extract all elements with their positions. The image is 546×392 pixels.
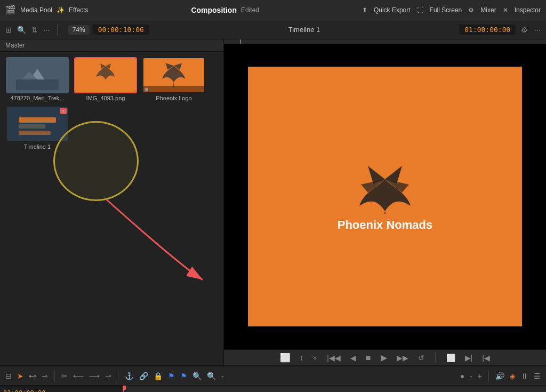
- timeline-ruler: 01:00:00:00 01:00:06:00 01:00:12:00 01:0…: [123, 386, 546, 392]
- minus-icon[interactable]: -: [469, 372, 473, 380]
- inspector-icon: ✕: [503, 6, 508, 14]
- playhead[interactable]: [123, 386, 124, 392]
- timeline-toolbar: ⊟ ➤ ⊷ ⊸ ✂ ⟵ ⟶ ⤻ ⚓ 🔗 🔒 ⚑ ⚑ 🔍 🔍 - ● - + 🔊 …: [0, 366, 546, 386]
- media-item-mountain[interactable]: 478270_Men_Trek...: [5, 57, 69, 101]
- top-bar-right: ⬆ Quick Export ⛶ Full Screen ⚙ Mixer ✕ I…: [362, 6, 541, 14]
- zoom-level[interactable]: 74%: [68, 25, 90, 35]
- aspect-ratio-icon[interactable]: ⬜: [279, 353, 292, 363]
- lock-tool[interactable]: 🔒: [152, 372, 164, 380]
- track-area: 01:00:00:00 01:00:06:00 01:00:12:00 01:0…: [123, 386, 546, 392]
- phoenix-svg1: [84, 61, 127, 90]
- edited-label: Edited: [241, 6, 259, 14]
- more2-icon[interactable]: ···: [533, 26, 542, 34]
- timeline-more-icon[interactable]: ☰: [533, 372, 542, 380]
- media-thumb-mountain: [6, 57, 69, 93]
- cut-tool[interactable]: ✂: [60, 372, 69, 380]
- plus-icon[interactable]: +: [477, 372, 483, 380]
- preview-brand-text: Phoenix Nomads: [338, 218, 432, 232]
- overwrite-tool[interactable]: ⟶: [88, 372, 101, 380]
- search-icon[interactable]: 🔍: [16, 26, 27, 34]
- img4093-img: [75, 58, 136, 92]
- audio-icon[interactable]: 🔊: [494, 372, 505, 380]
- mountain-img: [7, 58, 68, 92]
- rewind-icon[interactable]: ◀: [349, 354, 357, 362]
- trim-tool[interactable]: ⊷: [28, 372, 37, 380]
- pause-icon[interactable]: ⏸: [520, 372, 529, 380]
- sep2: [435, 353, 436, 363]
- media-thumb-phoenix: ▦: [142, 57, 205, 93]
- effects-button[interactable]: Effects: [69, 6, 88, 14]
- svg-rect-7: [19, 117, 56, 123]
- razor-tool[interactable]: ⚓: [124, 372, 135, 380]
- timeline-img: T: [7, 107, 68, 141]
- stop-icon[interactable]: ■: [365, 353, 372, 363]
- flag2-tool[interactable]: ⚑: [179, 372, 188, 380]
- next-single-icon[interactable]: ∘: [311, 354, 318, 362]
- loop-icon[interactable]: ↺: [417, 354, 425, 362]
- mixer-icon: ⚙: [468, 6, 474, 14]
- media-grid: 478270_Men_Trek...: [0, 52, 223, 365]
- grid-view-icon[interactable]: ⊞: [4, 26, 13, 34]
- timeline-badge: T: [60, 108, 67, 114]
- full-screen-button[interactable]: Full Screen: [430, 6, 462, 14]
- media-thumb-timeline: T: [6, 106, 69, 142]
- play-icon[interactable]: ▶: [380, 353, 388, 363]
- sparkle-icon: ✨: [57, 6, 65, 14]
- toolbar2-left: ⊞ 🔍 ⇅ ···: [4, 26, 51, 34]
- timeline-name-label: Timeline 1: [154, 26, 455, 34]
- zoom-out-tool[interactable]: -: [220, 372, 225, 380]
- mountain-svg: [16, 61, 59, 90]
- media-thumb-img4093: [74, 57, 137, 93]
- settings-icon[interactable]: ⚙: [520, 26, 529, 34]
- composition-title: Composition: [191, 6, 237, 14]
- svg-rect-3: [16, 79, 59, 90]
- dynamic-trim-tool[interactable]: ⊸: [41, 372, 49, 380]
- marker-icon[interactable]: ●: [459, 372, 465, 380]
- media-item-phoenix-logo[interactable]: ▦ Phoenix Logo: [142, 57, 206, 101]
- timeline-body: 01:00:00:00 🔒 👁 ⬜ V3 Video 3 🔒 👁 ⬜ V2 Vi…: [0, 386, 546, 392]
- sep5: [488, 371, 489, 381]
- current-timecode[interactable]: 00:00:10:06: [93, 25, 149, 35]
- inspector-button[interactable]: Inspector: [515, 6, 541, 14]
- top-bar-center: Composition Edited: [97, 6, 354, 14]
- media-item-img4093[interactable]: IMG_4093.png: [74, 57, 138, 101]
- clip-icons-bar: ▦: [143, 86, 204, 92]
- flag-tool[interactable]: ⚑: [167, 372, 176, 380]
- more-icon[interactable]: ···: [42, 26, 51, 34]
- zoom-tool[interactable]: 🔍: [191, 372, 203, 380]
- mixer-button[interactable]: Mixer: [480, 6, 496, 14]
- audio-level-icon[interactable]: ◈: [509, 372, 517, 380]
- svg-rect-8: [19, 124, 45, 129]
- media-pool-button[interactable]: Media Pool: [20, 6, 52, 14]
- select-tool[interactable]: ➤: [16, 372, 25, 380]
- preview-content: Phoenix Nomads: [248, 67, 521, 326]
- master-label: Master: [0, 39, 223, 52]
- preview-panel: Phoenix Nomads ⬜ ⟨ ∘ |◀◀ ◀ ■ ▶ ▶▶ ↺ ⬜ ▶|…: [224, 39, 546, 365]
- fullscreen2-icon[interactable]: |◀: [481, 354, 491, 362]
- img4093-label: IMG_4093.png: [86, 95, 125, 101]
- sep3: [54, 371, 55, 381]
- media-item-timeline1[interactable]: T Timeline 1: [5, 106, 69, 150]
- timeline1-label: Timeline 1: [24, 143, 51, 150]
- svg-rect-9: [19, 131, 51, 135]
- top-bar: 🎬 Media Pool ✨ Effects Composition Edite…: [0, 0, 546, 20]
- timeline-grid-icon[interactable]: ⊟: [4, 372, 13, 380]
- skip-back-icon[interactable]: |◀◀: [326, 354, 342, 362]
- playback-bar: ⬜ ⟨ ∘ |◀◀ ◀ ■ ▶ ▶▶ ↺ ⬜ ▶| |◀: [224, 349, 546, 365]
- sort-icon[interactable]: ⇅: [30, 26, 39, 34]
- preview-scrubber[interactable]: [224, 39, 546, 44]
- insert-tool[interactable]: ⟵: [72, 372, 85, 380]
- skip-end-icon[interactable]: ▶|: [464, 354, 474, 362]
- timeline-svg: [16, 109, 59, 139]
- separator: [57, 25, 58, 35]
- preview-logo-area: Phoenix Nomads: [338, 161, 432, 232]
- timecode-display2: 01:00:00:00: [459, 25, 516, 35]
- prev-frame-icon[interactable]: ⟨: [299, 354, 304, 362]
- fast-forward-icon[interactable]: ▶▶: [396, 354, 410, 362]
- quick-export-button[interactable]: Quick Export: [374, 6, 411, 14]
- top-bar-left: 🎬 Media Pool ✨ Effects: [5, 5, 89, 15]
- link-tool[interactable]: 🔗: [138, 372, 149, 380]
- output-icon[interactable]: ⬜: [445, 354, 456, 362]
- replace-tool[interactable]: ⤻: [104, 372, 113, 380]
- zoom-in-tool[interactable]: 🔍: [206, 372, 217, 380]
